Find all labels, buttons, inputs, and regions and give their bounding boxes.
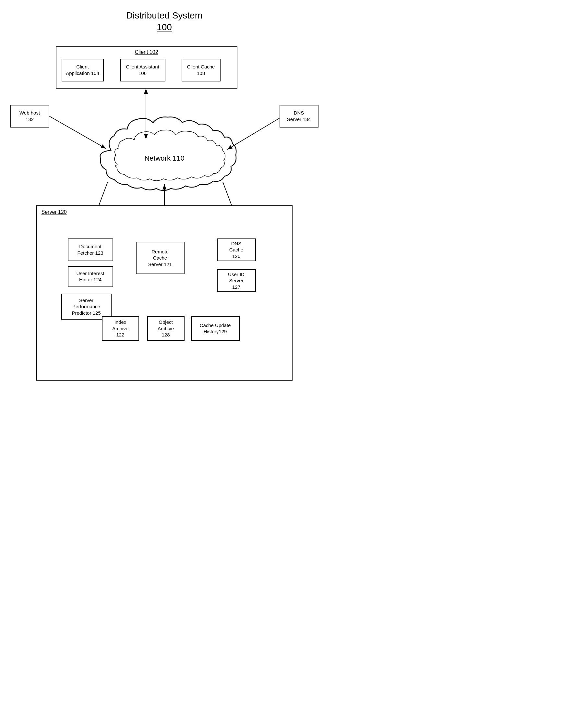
dns-cache-label: DNS Cache 126 xyxy=(229,240,243,260)
client-assistant-box: Client Assistant 106 xyxy=(120,59,165,81)
dns-cache-box: DNS Cache 126 xyxy=(217,238,256,261)
dns-server-label: DNS Server 134 xyxy=(287,110,311,122)
network-label: Network 110 xyxy=(144,154,184,162)
remote-cache-label: Remote Cache Server 121 xyxy=(148,248,172,268)
diagram-area: Network 110 xyxy=(10,46,318,397)
user-id-box: User ID Server 127 xyxy=(217,269,256,292)
title-line1: Distributed System xyxy=(6,10,322,22)
svg-line-8 xyxy=(227,116,283,149)
server-perf-box: Server Performance Predictor 125 xyxy=(61,294,111,319)
remote-cache-box: Remote Cache Server 121 xyxy=(136,242,184,274)
page: Distributed System 100 xyxy=(0,0,328,407)
user-id-label: User ID Server 127 xyxy=(228,271,245,291)
dns-server-box: DNS Server 134 xyxy=(280,105,318,128)
client-assistant-label: Client Assistant 106 xyxy=(123,64,163,76)
network-cloud-svg: Network 110 xyxy=(100,117,236,190)
svg-line-7 xyxy=(49,116,106,148)
object-archive-box: Object Archive 128 xyxy=(147,316,184,341)
index-archive-label: Index Archive 122 xyxy=(112,319,129,338)
webhost-box: Web host 132 xyxy=(10,105,49,128)
client-cache-label: Client Cache 108 xyxy=(184,64,218,76)
user-interest-box: User Interest Hinter 124 xyxy=(68,266,113,287)
index-archive-box: Index Archive 122 xyxy=(102,316,139,341)
cache-update-box: Cache Update History129 xyxy=(191,316,240,341)
client-cache-box: Client Cache 108 xyxy=(182,59,220,81)
client-application-box: Client Application 104 xyxy=(62,59,104,81)
server-outer-box: Server 120 Document Fetcher 123 User Int… xyxy=(36,205,292,380)
client-label: Client 102 xyxy=(135,49,158,56)
user-interest-label: User Interest Hinter 124 xyxy=(76,270,104,283)
document-fetcher-box: Document Fetcher 123 xyxy=(68,238,113,261)
cache-update-label: Cache Update History129 xyxy=(200,322,231,335)
title-line2: 100 xyxy=(6,22,322,33)
main-title: Distributed System 100 xyxy=(6,10,322,33)
object-archive-label: Object Archive 128 xyxy=(158,319,174,338)
server-perf-label: Server Performance Predictor 125 xyxy=(72,297,101,316)
document-fetcher-label: Document Fetcher 123 xyxy=(77,243,103,256)
server-label: Server 120 xyxy=(41,209,67,215)
webhost-label: Web host 132 xyxy=(20,110,40,122)
client-application-label: Client Application 104 xyxy=(64,64,101,76)
figure-caption: Figure 1 xyxy=(10,406,318,407)
